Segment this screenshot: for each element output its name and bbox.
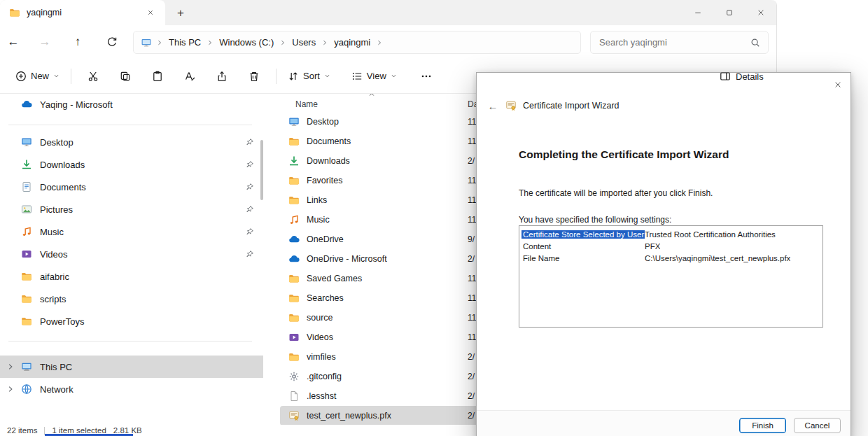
chevron-right-icon[interactable] bbox=[376, 39, 383, 46]
breadcrumb-item[interactable]: Windows (C:) bbox=[218, 36, 275, 48]
file-name: Favorites bbox=[307, 176, 342, 185]
sidebar-item[interactable]: Desktop bbox=[0, 131, 263, 153]
settings-row[interactable]: File Name C:\Users\yaqingmi\test_cert_ne… bbox=[519, 252, 822, 264]
close-button[interactable] bbox=[745, 0, 776, 25]
chevron-right-icon[interactable] bbox=[206, 39, 214, 46]
sidebar-item[interactable]: Videos bbox=[0, 243, 263, 265]
document-icon bbox=[21, 181, 32, 192]
sidebar-item[interactable]: aifabric bbox=[0, 265, 263, 288]
pin-icon bbox=[246, 227, 254, 236]
window-controls bbox=[682, 0, 776, 25]
sidebar-item[interactable]: Documents bbox=[0, 176, 263, 198]
desktop: yaqingmi + ← → ↑ bbox=[0, 0, 868, 436]
minimize-button[interactable] bbox=[682, 0, 713, 25]
tab-close-icon[interactable] bbox=[143, 5, 158, 20]
sidebar-item-label: aifabric bbox=[40, 272, 69, 282]
rename-button[interactable] bbox=[174, 64, 206, 88]
cancel-button[interactable]: Cancel bbox=[794, 418, 841, 433]
quick-access-section: Desktop Downloads Documents bbox=[0, 131, 263, 332]
sidebar-item-label: Yaqing - Microsoft bbox=[40, 99, 113, 110]
setting-value: PFX bbox=[645, 242, 660, 251]
pin-icon bbox=[246, 138, 254, 146]
sidebar-item-onedrive[interactable]: Yaqing - Microsoft bbox=[0, 94, 263, 115]
view-label: View bbox=[367, 71, 386, 81]
chevron-right-icon[interactable] bbox=[156, 39, 163, 46]
settings-row[interactable]: Certificate Store Selected by User Trust… bbox=[519, 228, 822, 240]
download-icon bbox=[288, 155, 300, 167]
file-icon bbox=[288, 391, 300, 402]
delete-button[interactable] bbox=[238, 64, 270, 88]
file-name: .gitconfig bbox=[307, 372, 342, 381]
dialog-back-button[interactable]: ← bbox=[486, 100, 499, 112]
sidebar-item-label: Pictures bbox=[40, 204, 73, 215]
breadcrumb-item[interactable]: yaqingmi bbox=[332, 36, 372, 48]
breadcrumb-item[interactable]: Users bbox=[290, 36, 317, 48]
sidebar-item-label: Network bbox=[40, 384, 74, 395]
share-button[interactable] bbox=[206, 64, 238, 88]
certificate-icon bbox=[288, 410, 300, 421]
wizard-heading: Completing the Certificate Import Wizard bbox=[519, 148, 729, 161]
sidebar-item-label: PowerToys bbox=[40, 316, 85, 327]
pin-icon bbox=[246, 183, 254, 191]
chevron-down-icon bbox=[391, 73, 397, 79]
details-label: Details bbox=[736, 71, 764, 82]
forward-button[interactable]: → bbox=[31, 30, 58, 54]
desktop-icon bbox=[288, 116, 300, 127]
sidebar-item[interactable]: Music bbox=[0, 220, 263, 243]
refresh-button[interactable] bbox=[99, 30, 125, 54]
pictures-icon bbox=[21, 204, 32, 215]
folder-icon bbox=[288, 312, 300, 323]
name-column-header[interactable]: Name bbox=[295, 99, 318, 109]
status-divider bbox=[44, 427, 45, 435]
chevron-right-icon[interactable] bbox=[6, 363, 15, 371]
cut-button[interactable] bbox=[77, 64, 109, 88]
finish-button[interactable]: Finish bbox=[739, 418, 786, 433]
view-button[interactable]: View bbox=[346, 64, 402, 88]
navigation-bar: ← → ↑ This PC Windows (C:) bbox=[0, 25, 776, 59]
up-button[interactable]: ↑ bbox=[64, 30, 91, 54]
search-input[interactable] bbox=[599, 37, 744, 48]
delete-icon bbox=[248, 71, 260, 82]
sidebar-item-label: Documents bbox=[40, 182, 86, 192]
new-tab-button[interactable]: + bbox=[172, 4, 190, 22]
details-pane-button[interactable]: Details bbox=[720, 64, 776, 88]
sidebar-item[interactable]: Pictures bbox=[0, 198, 263, 220]
download-icon bbox=[21, 159, 32, 170]
sort-button[interactable]: Sort bbox=[282, 64, 336, 88]
settings-table[interactable]: Certificate Store Selected by User Trust… bbox=[519, 225, 823, 328]
chevron-right-icon[interactable] bbox=[321, 39, 328, 46]
dialog-close-button[interactable] bbox=[827, 76, 848, 94]
setting-value: Trusted Root Certification Authorities bbox=[645, 230, 776, 239]
sidebar-item[interactable]: scripts bbox=[0, 288, 263, 310]
new-button[interactable]: New bbox=[10, 64, 65, 88]
explorer-tab[interactable]: yaqingmi bbox=[0, 0, 165, 25]
breadcrumb: This PC Windows (C:) Users bbox=[167, 36, 387, 48]
settings-row[interactable]: Content PFX bbox=[519, 240, 822, 252]
details-pane-icon bbox=[720, 71, 731, 82]
toolbar-divider bbox=[71, 69, 71, 84]
pin-icon bbox=[246, 160, 254, 169]
videos-icon bbox=[21, 248, 32, 260]
sidebar-item[interactable]: PowerToys bbox=[0, 310, 263, 332]
toolbar-divider bbox=[276, 69, 276, 84]
chevron-right-icon[interactable] bbox=[6, 385, 15, 393]
file-name: .lesshst bbox=[307, 391, 336, 401]
search-box[interactable] bbox=[590, 31, 769, 54]
copy-button[interactable] bbox=[109, 64, 141, 88]
sidebar-tree-item[interactable]: Network bbox=[0, 378, 263, 400]
sidebar-item[interactable]: Downloads bbox=[0, 153, 263, 176]
cloud-icon bbox=[288, 253, 300, 265]
chevron-right-icon[interactable] bbox=[279, 39, 286, 46]
sidebar-tree-item[interactable]: This PC bbox=[0, 356, 263, 378]
paste-button[interactable] bbox=[141, 64, 174, 88]
address-bar[interactable]: This PC Windows (C:) Users bbox=[133, 31, 581, 54]
file-name: Downloads bbox=[307, 156, 350, 166]
music-icon bbox=[21, 226, 32, 237]
back-button[interactable]: ← bbox=[0, 30, 27, 54]
setting-key: Certificate Store Selected by User bbox=[522, 230, 645, 239]
breadcrumb-item[interactable]: This PC bbox=[167, 36, 202, 48]
dialog-title: Certificate Import Wizard bbox=[523, 101, 620, 111]
more-options-button[interactable] bbox=[412, 64, 440, 88]
maximize-button[interactable] bbox=[713, 0, 745, 25]
cut-icon bbox=[88, 71, 99, 82]
